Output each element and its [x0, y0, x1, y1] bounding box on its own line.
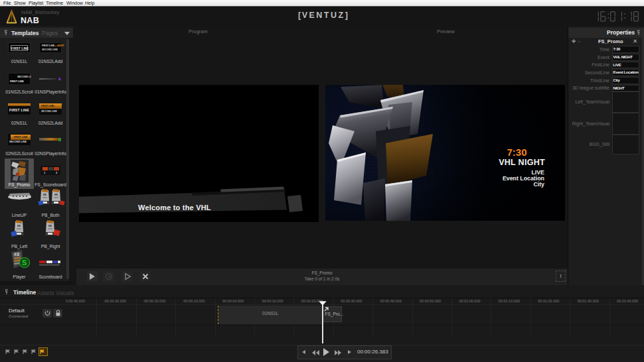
svg-text:#3: #3	[14, 252, 19, 257]
svg-text:S: S	[22, 259, 27, 267]
svg-text:VHL NIGHT: VHL NIGHT	[499, 158, 545, 167]
svg-text:7:30: 7:30	[507, 147, 526, 158]
svg-text:Welcome to the VHL: Welcome to the VHL	[138, 204, 211, 211]
svg-text:City: City	[533, 181, 544, 188]
